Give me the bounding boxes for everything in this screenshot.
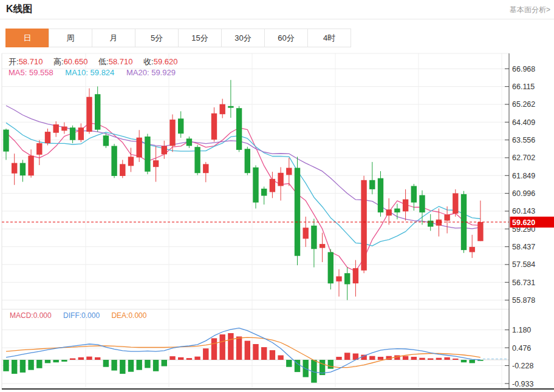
ma10-readout: MA10: 59.824 (65, 68, 114, 77)
candle-body (28, 156, 33, 176)
last-price-badge-text: 59.620 (512, 218, 535, 227)
macd-bar (36, 360, 42, 368)
candle-body (228, 106, 233, 108)
candle-body (137, 138, 142, 158)
macd-bar (61, 360, 67, 362)
ma20-line (6, 106, 480, 229)
macd-bar (78, 357, 84, 360)
price-axis-label: 60.996 (512, 189, 535, 198)
high-label: 高: (53, 57, 64, 66)
macd-bar (261, 347, 267, 360)
kline-page: { "header": { "title": "K线图", "link": "基… (0, 0, 554, 392)
macd-bar (45, 360, 50, 363)
macd-bar (169, 356, 175, 360)
macd-bar (270, 350, 275, 360)
candle-body (419, 195, 425, 213)
price-axis-label: 58.437 (512, 243, 535, 251)
macd-bar (253, 344, 258, 360)
candle-body (436, 220, 442, 226)
candle-body (78, 127, 84, 140)
macd-bar (211, 338, 217, 360)
candle-body (36, 143, 42, 155)
candle-body (186, 138, 192, 146)
candle-body (162, 146, 167, 155)
macd-bar (86, 357, 92, 360)
candle-body (336, 276, 341, 281)
price-axis-label: 64.409 (512, 118, 535, 127)
macd-axis-label: -0.933 (512, 380, 533, 388)
candle-body (353, 268, 358, 283)
candle-body (369, 180, 375, 189)
low-value: 58.710 (109, 57, 133, 66)
price-axis-label: 66.115 (512, 83, 535, 91)
candle-body (203, 164, 208, 173)
price-axis-label: 63.556 (512, 136, 535, 144)
macd-bar (378, 357, 383, 360)
candle-body (328, 252, 333, 284)
macd-bar (453, 359, 458, 360)
ohlc-readout: 开:58.710 高:60.650 低:58.710 收:59.620 (9, 56, 186, 67)
macd-bar (186, 358, 192, 360)
price-axis-label: 61.849 (512, 172, 535, 180)
diff-value: DIFF:0.000 (63, 311, 100, 320)
ma-readout: MA5: 59.558 MA10: 59.824 MA20: 59.929 (9, 68, 176, 77)
candle-body (53, 124, 59, 133)
macd-bar (428, 359, 433, 360)
macd-bar (12, 360, 17, 374)
candle-body (411, 186, 417, 203)
macd-bar (70, 359, 75, 360)
candle-body (286, 168, 292, 175)
macd-bar (137, 360, 142, 370)
dea-value: DEA:0.000 (111, 311, 146, 320)
price-axis-label: 55.878 (512, 296, 535, 305)
open-label: 开: (9, 57, 19, 66)
candle-body (3, 130, 9, 152)
candle-body (386, 209, 392, 215)
candle-body (278, 173, 283, 186)
close-label: 收: (143, 57, 154, 66)
macd-bar (336, 357, 341, 360)
dea-line (6, 337, 480, 367)
candle-body (361, 180, 366, 271)
candle-body (453, 194, 458, 214)
open-value: 58.710 (19, 57, 43, 66)
macd-bar (344, 353, 350, 360)
macd-bar (444, 357, 450, 360)
candle-body (61, 127, 67, 131)
candle-body (320, 244, 325, 248)
price-axis-label: 65.262 (512, 100, 535, 109)
high-value: 60.650 (64, 57, 88, 66)
close-value: 59.620 (154, 57, 178, 66)
candle-body (95, 94, 100, 130)
macd-bar (419, 358, 425, 360)
candle-body (253, 167, 258, 203)
candle-body (403, 200, 408, 212)
ma10-line (6, 123, 480, 246)
macd-bar (3, 360, 9, 371)
candle-body (169, 120, 175, 146)
candle-body (20, 163, 26, 176)
macd-bar (20, 360, 26, 373)
candle-body (211, 113, 217, 140)
macd-bar (278, 356, 283, 360)
macd-bar (203, 348, 208, 360)
candle-body (378, 178, 383, 212)
candle-body (311, 226, 316, 249)
candle-body (245, 149, 250, 173)
price-axis-label: 62.702 (512, 154, 535, 162)
candle-body (270, 179, 275, 192)
macd-bar (470, 360, 475, 363)
macd-axis-label: -0.228 (512, 362, 533, 370)
macd-bar (220, 334, 225, 360)
macd-axis-label: 0.476 (512, 344, 531, 353)
macd-bar (369, 356, 375, 360)
macd-bar (461, 360, 467, 362)
price-axis-label: 57.584 (512, 260, 535, 269)
candle-body (70, 127, 75, 140)
candle-body (128, 157, 134, 166)
candle-body (295, 168, 300, 256)
macd-bar (436, 358, 442, 360)
candle-body (153, 160, 159, 167)
macd-bar (162, 360, 167, 367)
macd-bar (194, 357, 200, 360)
